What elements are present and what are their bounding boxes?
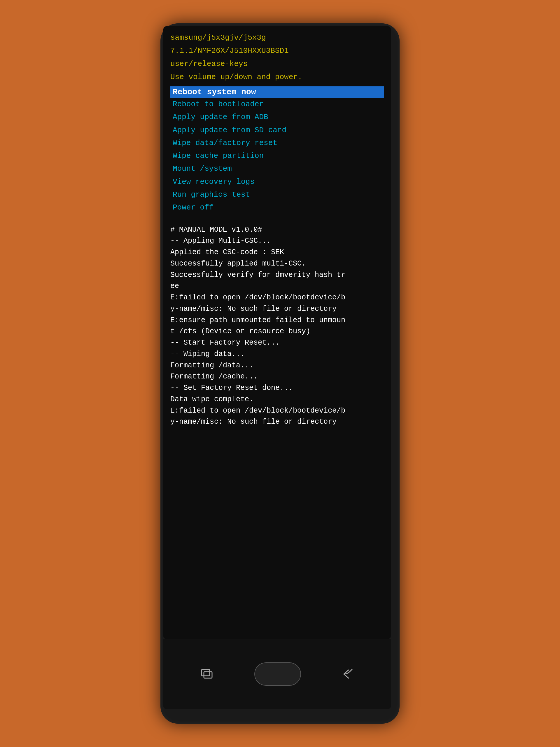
recent-apps-button[interactable] xyxy=(201,669,214,679)
header-line-4: Use volume up/down and power. xyxy=(170,72,384,83)
menu-item-power-off[interactable]: Power off xyxy=(170,201,384,214)
bottom-navigation-bar xyxy=(163,639,391,709)
log-line-6: ee xyxy=(170,281,384,292)
log-section: # MANUAL MODE v1.0.0# -- Appling Multi-C… xyxy=(170,224,384,428)
menu-item-wipe-data[interactable]: Wipe data/factory reset xyxy=(170,136,384,149)
log-line-19: y-name/misc: No such file or directory xyxy=(170,416,384,428)
log-line-16: -- Set Factory Reset done... xyxy=(170,383,384,394)
log-line-18: E:failed to open /dev/block/bootdevice/b xyxy=(170,405,384,417)
menu-item-run-graphics[interactable]: Run graphics test xyxy=(170,188,384,201)
log-line-9: E:ensure_path_unmounted failed to unmoun xyxy=(170,315,384,326)
header-line-1: samsung/j5x3gjv/j5x3g xyxy=(170,32,384,44)
phone-screen: samsung/j5x3gjv/j5x3g 7.1.1/NMF26X/J510H… xyxy=(163,26,391,639)
menu-item-apply-adb[interactable]: Apply update from ADB xyxy=(170,110,384,123)
log-line-1: -- Appling Multi-CSC... xyxy=(170,235,384,247)
back-button[interactable] xyxy=(342,669,353,679)
log-line-7: E:failed to open /dev/block/bootdevice/b xyxy=(170,292,384,304)
log-line-0: # MANUAL MODE v1.0.0# xyxy=(170,224,384,236)
menu-item-reboot-bootloader[interactable]: Reboot to bootloader xyxy=(170,98,384,110)
phone-device: samsung/j5x3gjv/j5x3g 7.1.1/NMF26X/J510H… xyxy=(160,23,400,724)
log-line-3: Successfully applied multi-CSC. xyxy=(170,258,384,269)
menu-item-apply-sd[interactable]: Apply update from SD card xyxy=(170,124,384,136)
header-line-3: user/release-keys xyxy=(170,58,384,70)
home-button[interactable] xyxy=(254,662,301,686)
log-line-8: y-name/misc: No such file or directory xyxy=(170,304,384,315)
log-line-10: t /efs (Device or resource busy) xyxy=(170,326,384,337)
svg-rect-0 xyxy=(202,669,210,676)
log-line-17: Data wipe complete. xyxy=(170,394,384,405)
menu-item-mount-system[interactable]: Mount /system xyxy=(170,162,384,175)
log-line-13: -- Wiping data... xyxy=(170,349,384,360)
screen-content: samsung/j5x3gjv/j5x3g 7.1.1/NMF26X/J510H… xyxy=(163,26,391,639)
menu-item-wipe-cache[interactable]: Wipe cache partition xyxy=(170,149,384,162)
phone-screen-wrapper: samsung/j5x3gjv/j5x3g 7.1.1/NMF26X/J510H… xyxy=(163,26,397,721)
svg-rect-1 xyxy=(204,672,212,678)
menu-section[interactable]: Reboot system now Reboot to bootloader A… xyxy=(170,86,384,214)
log-line-14: Formatting /data... xyxy=(170,360,384,371)
log-line-15: Formatting /cache... xyxy=(170,371,384,383)
log-line-2: Applied the CSC-code : SEK xyxy=(170,247,384,258)
log-line-5: Successfully verify for dmverity hash tr xyxy=(170,269,384,281)
menu-item-selected[interactable]: Reboot system now xyxy=(170,86,384,98)
menu-item-view-logs[interactable]: View recovery logs xyxy=(170,175,384,188)
header-section: samsung/j5x3gjv/j5x3g 7.1.1/NMF26X/J510H… xyxy=(170,32,384,85)
header-line-2: 7.1.1/NMF26X/J510HXXU3BSD1 xyxy=(170,45,384,57)
log-line-11: -- Start Factory Reset... xyxy=(170,337,384,349)
